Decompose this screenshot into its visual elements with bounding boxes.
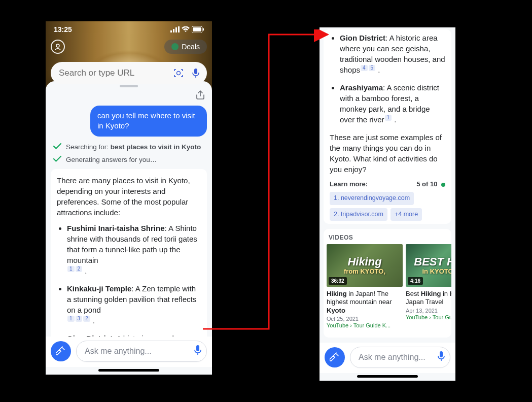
arrow-annotation — [198, 29, 340, 334]
video-thumbnail[interactable]: Hikingfrom KYOTO,36:32 — [327, 244, 403, 287]
answer-item: Fushimi Inari-taisha Shrine: A Shinto sh… — [67, 223, 201, 276]
svg-rect-0 — [170, 30, 172, 32]
citation-badge[interactable]: 2 — [83, 316, 90, 322]
mic-icon[interactable] — [437, 351, 446, 364]
chat-input[interactable]: Ask me anything... — [350, 347, 450, 368]
phone-screen-right: Gion District: A historic area where you… — [320, 27, 455, 381]
answer-outro: These are just some examples of the many… — [330, 132, 445, 175]
svg-rect-10 — [196, 345, 199, 351]
chat-panel: can you tell me where to visit in Kyoto?… — [46, 81, 212, 375]
search-placeholder: Search or type URL — [59, 68, 167, 78]
video-date: Oct 25, 2021 — [327, 316, 403, 322]
answer-card-continued: Gion District: A historic area where you… — [324, 29, 451, 224]
citation-badge[interactable]: 3 — [76, 316, 83, 322]
share-button[interactable] — [193, 87, 208, 103]
home-indicator — [357, 375, 418, 378]
deals-label: Deals — [182, 43, 200, 51]
new-topic-button[interactable] — [51, 341, 71, 361]
answer-intro: There are many places to visit in Kyoto,… — [57, 175, 201, 218]
home-indicator — [98, 369, 159, 372]
video-source: YouTube › Tour Guid — [406, 314, 451, 320]
citation-pills: 1. neverendingvoyage.com2. tripadvisor.c… — [330, 192, 445, 221]
svg-rect-3 — [178, 26, 180, 32]
status-time: 13:25 — [54, 25, 72, 34]
citation-badge[interactable]: 1 — [67, 316, 75, 322]
video-item[interactable]: Hikingfrom KYOTO,36:32Hiking in Japan! T… — [327, 244, 403, 331]
svg-rect-9 — [194, 69, 197, 74]
answer-card: There are many places to visit in Kyoto,… — [51, 169, 207, 337]
video-date: Apr 13, 2021 — [406, 308, 451, 314]
answer-item: Kinkaku-ji Temple: A Zen temple with a s… — [67, 283, 201, 326]
status-bar: 13:25 — [46, 21, 212, 38]
svg-rect-5 — [193, 27, 201, 31]
signal-icon — [170, 26, 180, 32]
mic-icon[interactable] — [193, 345, 202, 358]
video-thumbnail[interactable]: BEST HIKEin KYOTO, JA4:16 — [406, 244, 451, 287]
videos-header: VIDEOS — [324, 229, 451, 244]
address-search-bar[interactable]: Search or type URL — [51, 62, 207, 84]
video-title: Hiking in Japan! The highest mountain ne… — [327, 290, 400, 315]
chat-placeholder: Ask me anything... — [359, 353, 437, 362]
voice-search-icon[interactable] — [190, 67, 202, 79]
chat-input[interactable]: Ask me anything... — [76, 341, 207, 362]
svg-rect-2 — [175, 27, 177, 32]
source-pill[interactable]: 1. neverendingvoyage.com — [330, 192, 414, 205]
new-topic-button[interactable] — [325, 347, 345, 367]
scan-icon[interactable] — [172, 67, 185, 79]
video-title: Best Hiking in KyJapan Travel — [406, 290, 451, 307]
generating-status: Generating answers for you… — [53, 155, 205, 164]
citation-badge[interactable]: 1 — [385, 115, 392, 121]
deals-button[interactable]: Deals — [164, 40, 207, 54]
svg-rect-1 — [173, 29, 174, 32]
svg-rect-6 — [203, 28, 204, 31]
answer-item: Gion District: A historic area where you… — [67, 333, 201, 337]
answer-item: Arashiyama: A scenic district with a bam… — [340, 82, 445, 125]
citation-badge[interactable]: 2 — [76, 266, 83, 272]
learn-more-row: Learn more: 5 of 10 — [330, 180, 445, 189]
citation-badge[interactable]: 4 — [361, 65, 368, 71]
svg-point-8 — [177, 72, 181, 75]
status-dot-icon — [441, 183, 445, 187]
searching-status: Searching for: best places to visit in K… — [53, 143, 205, 151]
check-icon — [53, 143, 62, 151]
phone-screen-left: 13:25 Deals Search or type URL — [46, 21, 212, 375]
svg-point-7 — [56, 44, 59, 47]
chat-input-row: Ask me anything... — [46, 337, 212, 367]
check-icon — [53, 155, 62, 164]
chat-input-row: Ask me anything... — [320, 343, 455, 373]
source-pill[interactable]: +4 more — [391, 208, 422, 221]
battery-icon — [192, 26, 204, 32]
video-item[interactable]: BEST HIKEin KYOTO, JA4:16Best Hiking in … — [406, 244, 451, 331]
video-source: YouTube › Tour Guide K... — [327, 322, 403, 328]
citation-badge[interactable]: 5 — [369, 65, 376, 71]
citation-badge[interactable]: 1 — [67, 266, 75, 272]
videos-card: VIDEOS Hikingfrom KYOTO,36:32Hiking in J… — [324, 229, 451, 338]
svg-rect-11 — [440, 351, 443, 357]
answer-item: Gion District: A historic area where you… — [340, 32, 445, 75]
profile-avatar[interactable] — [51, 40, 65, 54]
video-duration: 4:16 — [408, 277, 423, 285]
user-message: can you tell me where to visit in Kyoto? — [90, 106, 207, 137]
wifi-icon — [182, 26, 190, 32]
source-pill[interactable]: 2. tripadvisor.com — [330, 208, 387, 221]
video-duration: 36:32 — [329, 277, 347, 285]
chat-placeholder: Ask me anything... — [85, 347, 193, 356]
deals-icon — [171, 43, 179, 50]
